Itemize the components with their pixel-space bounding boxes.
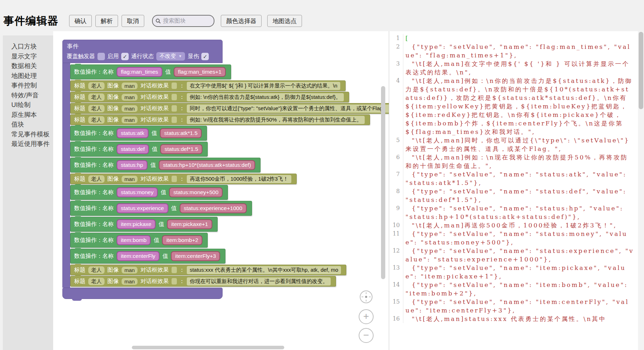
- text-field[interactable]: 例如: \n现在我将让你的攻防提升50%，再将攻防和的十倍加到生命值上。: [187, 116, 365, 124]
- dialog-effect-field[interactable]: [172, 278, 177, 284]
- dialog-effect-field[interactable]: [172, 105, 177, 112]
- value-field[interactable]: status:money+500: [169, 187, 223, 197]
- code-scrollbar[interactable]: [638, 31, 644, 350]
- sidebar-item[interactable]: 最近使用事件: [3, 139, 53, 149]
- block-setvalue[interactable]: 数值操作：名称status:def值status:def*1.5: [70, 142, 208, 157]
- value-field[interactable]: status:hp+10*(status:atk+status:def): [159, 160, 255, 170]
- speaker-field[interactable]: 老人: [88, 266, 105, 274]
- event-block-header[interactable]: 事件 覆盖触发器启用✓通行状态不改变▼显伤✓: [62, 40, 223, 63]
- toolbar-button-3[interactable]: 取消: [122, 15, 144, 27]
- sidebar-item[interactable]: 显示文字: [3, 52, 53, 62]
- dialog-effect-field[interactable]: [172, 83, 177, 89]
- code-line: 6 "\t[老人,man]例如：\n现在我将让你的攻防提升50%，再将攻防和的十…: [389, 153, 638, 170]
- value-field[interactable]: flag:man_times+1: [174, 67, 226, 77]
- block-setvalue[interactable]: 数值操作：名称flag:man_times值flag:man_times+1: [70, 64, 231, 79]
- event-checkbox[interactable]: ✓: [201, 53, 209, 60]
- sidebar-item[interactable]: 值块: [3, 120, 53, 130]
- image-field[interactable]: man: [122, 176, 138, 182]
- code-scrollbar-thumb[interactable]: [639, 32, 643, 109]
- toolbar-right-button-1[interactable]: 颜色选择器: [221, 15, 262, 27]
- block-setvalue[interactable]: 数值操作：名称item:bomb值item:bomb+2: [70, 233, 208, 248]
- value-field[interactable]: item:centerFly+3: [171, 251, 220, 261]
- text-field[interactable]: status:xxx 代表勇士的某个属性。\n其中xxx可取hp, atk, d…: [187, 266, 341, 274]
- event-checkbox[interactable]: [97, 53, 105, 60]
- block-title[interactable]: 标题老人图像man对话框效果：例如: \n你的当前攻击力是${status:at…: [70, 92, 349, 102]
- name-field[interactable]: status:hp: [117, 160, 147, 170]
- image-field[interactable]: man: [122, 267, 138, 273]
- locate-button[interactable]: [360, 290, 373, 303]
- image-field[interactable]: man: [122, 105, 138, 112]
- name-field[interactable]: status:money: [117, 187, 158, 197]
- name-field[interactable]: status:def: [117, 144, 149, 154]
- search-box[interactable]: [152, 15, 214, 27]
- name-field[interactable]: flag:man_times: [117, 67, 162, 77]
- value-field[interactable]: status:experience+1000: [180, 203, 247, 213]
- image-field[interactable]: man: [122, 117, 138, 123]
- dialog-effect-field[interactable]: [172, 94, 177, 100]
- block-label: 图像: [107, 116, 119, 124]
- speaker-field[interactable]: 老人: [88, 94, 105, 101]
- block-label: 标题: [74, 82, 85, 90]
- value-field[interactable]: item:pickaxe+1: [167, 219, 212, 229]
- block-title[interactable]: 标题老人图像man对话框效果：你现在可以重新和我进行对话，进一步看到属性值的改变…: [70, 276, 336, 287]
- workspace-vertical-scrollbar[interactable]: [381, 86, 385, 279]
- block-title[interactable]: 标题老人图像man对话框效果：例如: \n现在我将让你的攻防提升50%，再将攻防…: [70, 114, 370, 125]
- name-field[interactable]: item:pickaxe: [117, 219, 156, 229]
- toolbar-button-2[interactable]: 解析: [95, 15, 118, 27]
- zoom-out-button[interactable]: −: [359, 328, 374, 343]
- code-text: [: [405, 34, 634, 43]
- speaker-field[interactable]: 老人: [88, 105, 105, 112]
- toolbar-right-button-2[interactable]: 地图选点: [267, 15, 302, 27]
- speaker-field[interactable]: 老人: [88, 278, 105, 285]
- code-line: 4 "\t[老人,man]例如：\n你的当前攻击力是${status:atk}，…: [389, 77, 638, 136]
- sidebar-item[interactable]: 地图处理: [3, 71, 53, 81]
- dialog-effect-field[interactable]: [172, 267, 177, 273]
- name-field[interactable]: status:experience: [117, 203, 168, 213]
- block-title[interactable]: 标题老人图像man对话框效果：再送你500金币，1000经验，1破2炸3飞！: [70, 174, 297, 184]
- sidebar-item[interactable]: UI绘制: [3, 100, 53, 110]
- dialog-effect-field[interactable]: [172, 117, 177, 123]
- block-setvalue[interactable]: 数值操作：名称status:experience值status:experien…: [70, 201, 252, 216]
- speaker-field[interactable]: 老人: [88, 175, 105, 183]
- sidebar-item[interactable]: 特效/声音: [3, 91, 53, 101]
- workspace-horizontal-scrollbar[interactable]: [132, 346, 284, 349]
- value-field[interactable]: item:bomb+2: [162, 235, 202, 245]
- image-field[interactable]: man: [122, 278, 138, 285]
- blockly-workspace[interactable]: 事件 覆盖触发器启用✓通行状态不改变▼显伤✓ 数值操作：名称flag:man_t…: [53, 31, 389, 350]
- dialog-effect-field[interactable]: [172, 176, 177, 182]
- sidebar-item[interactable]: 事件控制: [3, 81, 53, 91]
- toolbar-button-1[interactable]: 确认: [69, 15, 92, 27]
- value-field[interactable]: status:def*1.5: [160, 144, 202, 154]
- event-dropdown[interactable]: 不改变▼: [156, 52, 185, 61]
- block-title[interactable]: 标题老人图像man对话框效果：status:xxx 代表勇士的某个属性。\n其中…: [70, 265, 346, 275]
- name-field[interactable]: status:atk: [117, 128, 149, 138]
- image-field[interactable]: man: [122, 83, 138, 89]
- block-title[interactable]: 标题老人图像man对话框效果：同时，你也可以通过{"type": "setVal…: [70, 103, 389, 114]
- event-editor-window: 事件编辑器 确认解析取消 颜色选择器地图选点 入口方块显示文字数据相关地图处理事…: [0, 0, 644, 350]
- sidebar-item[interactable]: 常见事件模板: [3, 130, 53, 140]
- speaker-field[interactable]: 老人: [88, 82, 105, 90]
- name-field[interactable]: item:centerFly: [117, 251, 159, 261]
- block-setvalue[interactable]: 数值操作：名称item:pickaxe值item:pickaxe+1: [70, 217, 218, 232]
- block-title[interactable]: 标题老人图像man对话框效果：在文字中使用${' ${ '}和 } 可以计算并显…: [70, 80, 346, 91]
- speaker-field[interactable]: 老人: [88, 116, 105, 124]
- code-editor[interactable]: 1[2 {"type": "setValue", "name": "flag:m…: [389, 31, 638, 350]
- event-checkbox[interactable]: ✓: [121, 53, 129, 60]
- image-field[interactable]: man: [122, 94, 138, 101]
- sidebar-item[interactable]: 入口方块: [3, 42, 53, 52]
- name-field[interactable]: item:bomb: [117, 235, 151, 245]
- block-setvalue[interactable]: 数值操作：名称status:money值status:money+500: [70, 185, 228, 200]
- text-field[interactable]: 同时，你也可以通过{"type": "setValue"}来设置一个勇士的属性、…: [187, 105, 389, 113]
- text-field[interactable]: 你现在可以重新和我进行对话，进一步看到属性值的改变。: [187, 277, 331, 286]
- block-setvalue[interactable]: 数值操作：名称status:atk值status:atk*1.5: [70, 126, 207, 141]
- text-field[interactable]: 再送你500金币，1000经验，1破2炸3飞！: [187, 175, 291, 183]
- text-field[interactable]: 例如: \n你的当前攻击力是${status:atk}，防御力是${status…: [187, 93, 344, 101]
- sidebar-item[interactable]: 数据相关: [3, 61, 53, 71]
- block-setvalue[interactable]: 数值操作：名称status:hp值status:hp+10*(status:at…: [70, 158, 261, 173]
- block-setvalue[interactable]: 数值操作：名称item:centerFly值item:centerFly+3: [70, 249, 225, 264]
- search-input[interactable]: [162, 17, 203, 24]
- value-field[interactable]: status:atk*1.5: [160, 128, 202, 138]
- zoom-in-button[interactable]: +: [359, 309, 374, 324]
- text-field[interactable]: 在文字中使用${' ${ '}和 } 可以计算并显示一个表达式的结果。\n: [187, 82, 340, 90]
- sidebar-item[interactable]: 原生脚本: [3, 110, 53, 120]
